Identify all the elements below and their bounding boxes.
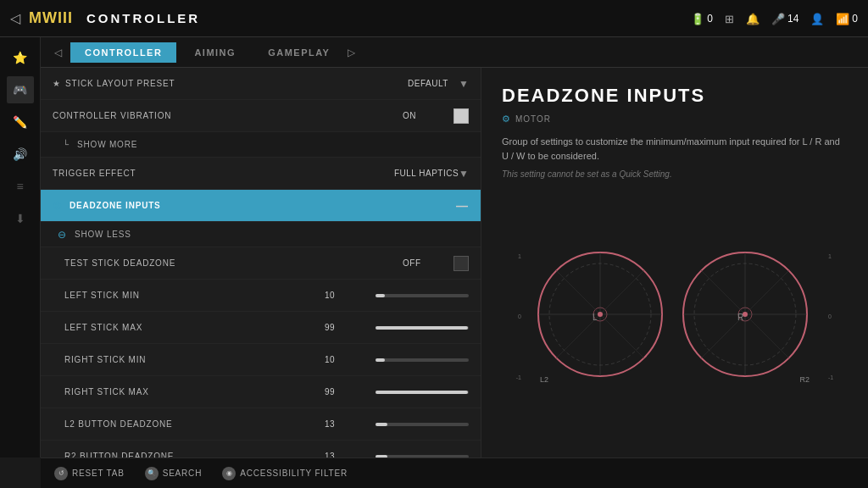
stick-visualization: 1 0 -1	[502, 192, 848, 441]
slider-left-stick-min[interactable]	[376, 294, 469, 297]
setting-left-stick-min[interactable]: LEFT STICK MIN 10	[41, 280, 481, 312]
bottom-bar: ↺ RESET TAB 🔍 SEARCH ◉ ACCESSIBILITY FIL…	[41, 458, 868, 488]
battery-icon: 🔋 0	[691, 13, 713, 25]
svg-point-7	[598, 312, 603, 317]
setting-value-right-stick-max: 99	[325, 387, 376, 396]
setting-label-right-stick-max: RIGHT STICK MAX	[64, 387, 325, 396]
topbar-right: 🔋 0 ⊞ 🔔 🎤 14 👤 📶 0	[691, 0, 858, 37]
main-content: ◁ CONTROLLER AIMING GAMEPLAY ▷ ★ STICK L…	[41, 37, 868, 458]
left-sidebar: ⭐ 🎮 ✏️ 🔊 ≡ ⬇	[0, 37, 41, 458]
right-stick-svg: R	[682, 251, 809, 378]
setting-left-stick-max[interactable]: LEFT STICK MAX 99	[41, 312, 481, 344]
section-deadzone-inputs[interactable]: ⚙ DEADZONE INPUTS —	[41, 190, 481, 222]
reset-tab-label: RESET TAB	[72, 469, 125, 478]
setting-value-stick-layout: DEFAULT	[408, 79, 459, 88]
setting-vibration[interactable]: CONTROLLER VIBRATION ON	[41, 100, 481, 132]
star-icon: ★	[53, 79, 60, 88]
slider-right-stick-min[interactable]	[376, 358, 469, 362]
show-less-label: SHOW LESS	[75, 230, 131, 239]
show-more-label: SHOW MORE	[77, 140, 137, 149]
slider-fill	[376, 294, 385, 297]
slider-left-stick-max[interactable]	[376, 326, 469, 330]
person-icon: 👤	[810, 13, 824, 25]
left-stick-container: L L2	[537, 251, 668, 382]
settings-panel: ★ STICK LAYOUT PRESET DEFAULT ▼ CONTROLL…	[41, 68, 481, 458]
setting-label-left-stick-max: LEFT STICK MAX	[64, 323, 325, 332]
detail-note: This setting cannot be set as a Quick Se…	[502, 169, 848, 179]
sidebar-item-download[interactable]: ⬇	[7, 205, 34, 232]
slider-fill	[376, 358, 385, 362]
right-stick-container: R R2	[682, 251, 813, 382]
section-label-deadzone: DEADZONE INPUTS	[70, 201, 456, 210]
sidebar-item-audio[interactable]: 🔊	[7, 141, 34, 168]
slider-fill	[376, 423, 387, 426]
slider-fill	[376, 326, 468, 330]
grid-icon[interactable]: ⊞	[725, 13, 734, 25]
mic-icon[interactable]: 🎤 14	[771, 13, 798, 25]
search-icon: 🔍	[145, 467, 159, 480]
right-scale: 1 0 -1	[828, 253, 833, 380]
tab-aiming[interactable]: AIMING	[180, 42, 250, 63]
indent-icon: └	[58, 140, 69, 149]
tab-controller[interactable]: CONTROLLER	[70, 42, 176, 63]
detail-subtitle-text: MOTOR	[515, 114, 551, 124]
content-split: ★ STICK LAYOUT PRESET DEFAULT ▼ CONTROLL…	[41, 68, 868, 458]
accessibility-icon: ◉	[222, 467, 236, 480]
sidebar-item-menu[interactable]: ≡	[7, 173, 34, 200]
tab-arrow-right[interactable]: ▷	[348, 47, 355, 58]
circle-minus-icon: ⊖	[58, 229, 66, 241]
setting-trigger-effect[interactable]: TRIGGER EFFECT FULL HAPTICS ▼	[41, 158, 481, 190]
setting-label-test-stick: TEST STICK DEADZONE	[64, 258, 403, 268]
toggle-vibration[interactable]	[453, 108, 469, 124]
sidebar-item-star[interactable]: ⭐	[7, 44, 34, 71]
setting-r2-deadzone[interactable]: R2 BUTTON DEADZONE 13	[41, 441, 481, 458]
setting-value-trigger-effect: FULL HAPTICS	[394, 169, 459, 178]
left-stick-label: L2	[540, 375, 548, 384]
tab-arrow-left[interactable]: ◁	[54, 47, 62, 58]
show-more-row[interactable]: └ SHOW MORE	[41, 132, 481, 158]
accessibility-action[interactable]: ◉ ACCESSIBILITY FILTER	[222, 467, 348, 480]
right-stick-label: R2	[799, 375, 810, 384]
detail-description: Group of settings to customize the minim…	[502, 135, 848, 163]
dropdown-arrow-trigger-icon: ▼	[459, 168, 469, 180]
toggle-test-stick[interactable]	[453, 256, 469, 271]
sidebar-item-pencil[interactable]: ✏️	[7, 108, 34, 136]
collapse-icon[interactable]: —	[456, 199, 469, 213]
gear-icon: ⚙	[53, 200, 63, 212]
detail-title: DEADZONE INPUTS	[502, 85, 848, 107]
reset-tab-action[interactable]: ↺ RESET TAB	[54, 467, 125, 480]
setting-value-test-stick: OFF	[403, 258, 453, 268]
setting-label-right-stick-min: RIGHT STICK MIN	[64, 355, 325, 364]
setting-label-left-stick-min: LEFT STICK MIN	[64, 291, 325, 300]
back-icon[interactable]: ◁	[10, 10, 20, 26]
topbar-left: ◁ MWIII CONTROLLER	[10, 9, 200, 27]
bell-icon[interactable]: 🔔	[746, 13, 760, 25]
setting-value-vibration: ON	[403, 111, 453, 120]
dropdown-arrow-icon: ▼	[459, 78, 469, 90]
setting-right-stick-max[interactable]: RIGHT STICK MAX 99	[41, 376, 481, 408]
setting-label-trigger-effect: TRIGGER EFFECT	[53, 169, 394, 178]
setting-right-stick-min[interactable]: RIGHT STICK MIN 10	[41, 344, 481, 376]
svg-text:R: R	[737, 313, 743, 322]
slider-fill	[376, 391, 468, 394]
topbar: ◁ MWIII CONTROLLER 🔋 0 ⊞ 🔔 🎤 14 👤 📶 0	[0, 0, 868, 37]
show-less-row[interactable]: ⊖ SHOW LESS	[41, 222, 481, 247]
left-scale: 1 0 -1	[516, 253, 521, 380]
setting-l2-deadzone[interactable]: L2 BUTTON DEADZONE 13	[41, 408, 481, 441]
sidebar-item-controller[interactable]: 🎮	[7, 76, 34, 103]
tab-gameplay[interactable]: GAMEPLAY	[253, 42, 344, 63]
slider-l2[interactable]	[376, 423, 469, 426]
svg-text:L: L	[593, 313, 598, 322]
slider-right-stick-max[interactable]	[376, 391, 469, 394]
tabs-row: ◁ CONTROLLER AIMING GAMEPLAY ▷	[41, 37, 868, 68]
search-action[interactable]: 🔍 SEARCH	[145, 467, 202, 480]
setting-value-l2: 13	[325, 419, 376, 429]
setting-stick-layout[interactable]: ★ STICK LAYOUT PRESET DEFAULT ▼	[41, 68, 481, 100]
search-label: SEARCH	[163, 469, 202, 478]
setting-label-r2: R2 BUTTON DEADZONE	[64, 452, 325, 458]
setting-label-vibration: CONTROLLER VIBRATION	[53, 111, 403, 120]
setting-value-r2: 13	[325, 452, 376, 458]
mw-logo: MWIII	[29, 9, 73, 27]
setting-test-stick[interactable]: TEST STICK DEADZONE OFF	[41, 247, 481, 280]
setting-value-left-stick-max: 99	[325, 323, 376, 332]
